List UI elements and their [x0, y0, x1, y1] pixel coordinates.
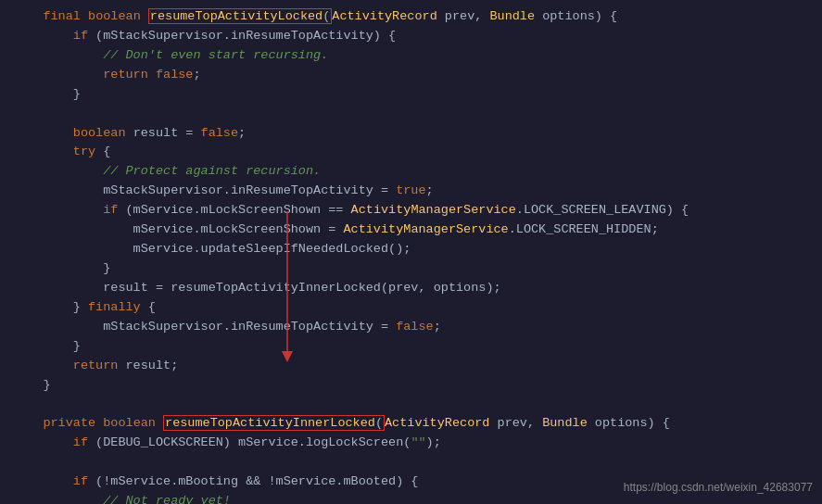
code-line-24: [9, 453, 822, 472]
code-line-18: }: [9, 337, 822, 357]
code-line-17: mStackSupervisor.inResumeTopActivity = f…: [9, 318, 822, 337]
code-line-19: return result;: [9, 357, 822, 376]
code-line-20: }: [9, 376, 822, 396]
code-line-2: if (mStackSupervisor.inResumeTopActivity…: [9, 27, 822, 46]
code-line-22: private boolean resumeTopActivityInnerLo…: [9, 414, 822, 434]
code-line-5: }: [9, 85, 822, 105]
code-line-15: result = resumeTopActivityInnerLocked(pr…: [9, 279, 822, 298]
code-line-8: try {: [9, 143, 822, 162]
code-line-9: // Protect against recursion.: [9, 162, 822, 182]
code-line-4: return false;: [9, 66, 822, 85]
code-line-13: mService.updateSleepIfNeededLocked();: [9, 240, 822, 259]
code-line-14: }: [9, 259, 822, 279]
function-name-highlight: resumeTopActivityLocked: [150, 9, 322, 23]
code-line-7: boolean result = false;: [9, 124, 822, 144]
code-line-6: [9, 105, 822, 124]
code-line-21: [9, 395, 822, 414]
code-line-3: // Don't even start recursing.: [9, 46, 822, 66]
code-line-1: final boolean resumeTopActivityLocked(Ac…: [9, 7, 822, 27]
code-line-12: mService.mLockScreenShown = ActivityMana…: [9, 220, 822, 240]
watermark: https://blog.csdn.net/weixin_42683077: [624, 479, 813, 497]
code-line-10: mStackSupervisor.inResumeTopActivity = t…: [9, 182, 822, 201]
code-line-23: if (DEBUG_LOCKSCREEN) mService.logLockSc…: [9, 434, 822, 453]
code-line-16: } finally {: [9, 298, 822, 318]
code-line-11: if (mService.mLockScreenShown == Activit…: [9, 201, 822, 220]
code-editor: final boolean resumeTopActivityLocked(Ac…: [0, 0, 822, 504]
